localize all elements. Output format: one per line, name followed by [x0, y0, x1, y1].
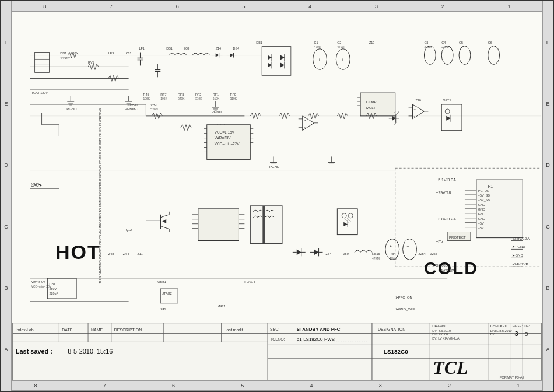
svg-text:Z254: Z254 [418, 252, 425, 256]
svg-text:+5.1V/0.3A: +5.1V/0.3A [436, 178, 456, 182]
svg-text:220uF: 220uF [49, 292, 58, 295]
svg-text:PG_ON: PG_ON [478, 189, 489, 192]
svg-text:VB-T: VB-T [150, 103, 158, 107]
svg-text:C1: C1 [314, 41, 318, 44]
svg-text:LS182C0: LS182C0 [384, 348, 408, 355]
svg-text:+: + [318, 58, 321, 62]
svg-text:PGND: PGND [269, 165, 280, 169]
svg-text:Vin= 8-9V: Vin= 8-9V [31, 280, 45, 284]
svg-text:250V: 250V [49, 287, 57, 290]
svg-text:5.1SC: 5.1SC [130, 108, 138, 111]
svg-rect-54 [198, 209, 239, 241]
svg-text:319K: 319K [195, 97, 202, 100]
svg-text:+5V: +5V [478, 226, 484, 230]
svg-text:CCMP: CCMP [366, 100, 377, 104]
svg-text:Index-Lab: Index-Lab [16, 328, 34, 332]
schematic-container: 8 7 6 5 4 3 2 1 8 7 6 5 4 3 2 1 F E D C … [0, 0, 554, 392]
svg-text:ZB4: ZB4 [325, 252, 331, 256]
svg-text:Z50: Z50 [343, 252, 348, 256]
svg-text:OPT1: OPT1 [443, 99, 451, 102]
border-right: F E D C B A [542, 1, 553, 391]
svg-text:MULT: MULT [366, 106, 376, 110]
svg-text:C6: C6 [488, 41, 492, 44]
svg-text:C4: C4 [441, 41, 446, 44]
svg-text:FLASH: FLASH [244, 280, 255, 284]
svg-text:DB1: DB1 [256, 41, 262, 44]
svg-text:VAR=33V: VAR=33V [215, 136, 232, 140]
svg-text:RF2: RF2 [195, 93, 201, 96]
svg-text:47KM: 47KM [372, 257, 380, 260]
svg-text:➤PGND: ➤PGND [512, 245, 525, 249]
svg-text:+: + [414, 107, 416, 111]
svg-text:DATE: DATE [62, 328, 72, 332]
svg-text:BY: ...: BY: ... [490, 332, 499, 336]
svg-text:C2: C2 [337, 41, 341, 44]
svg-text:Z14: Z14 [394, 110, 399, 114]
svg-text:196K: 196K [160, 97, 167, 100]
svg-text:P1: P1 [488, 184, 493, 188]
border-bottom: 8 7 6 5 4 3 2 1 [1, 380, 553, 391]
svg-text:DN1: DN1 [60, 51, 66, 55]
svg-text:➤GND: ➤GND [512, 254, 523, 257]
svg-text:3: 3 [525, 331, 528, 337]
grid-letters-left: F E D C B A [4, 1, 8, 391]
svg-text:JTAG2: JTAG2 [162, 292, 172, 295]
svg-text:C3: C3 [424, 41, 428, 44]
svg-text:Q12: Q12 [126, 228, 132, 232]
svg-text:+5V_SB: +5V_SB [478, 194, 490, 197]
svg-text:Z11: Z11 [138, 252, 143, 256]
svg-text:GND: GND [478, 203, 485, 206]
svg-text:Z4H: Z4H [123, 252, 129, 256]
svg-text:+3.8V/0.2A: +3.8V/0.2A [436, 217, 456, 221]
schematic-area: + + CCMP MULT [12, 12, 542, 380]
svg-text:SBU:: SBU: [270, 327, 279, 331]
svg-text:+29V/28: +29V/28 [436, 191, 451, 195]
svg-text:Z255: Z255 [430, 252, 437, 256]
svg-text:61-LS182C0-PWB: 61-LS182C0-PWB [297, 337, 335, 342]
svg-text:+: + [407, 244, 409, 249]
svg-text:C5: C5 [459, 41, 463, 44]
svg-text:DV: 8.5.2010: DV: 8.5.2010 [432, 329, 451, 332]
svg-text:+5V: +5V [436, 240, 443, 244]
svg-text:CB1: CB1 [49, 282, 55, 286]
svg-text:R45: R45 [143, 93, 149, 96]
svg-text:220uF: 220uF [441, 46, 450, 48]
svg-text:Z16: Z16 [415, 99, 420, 102]
svg-text:47KM: 47KM [390, 257, 397, 260]
svg-text:DATE:8.5.2010: DATE:8.5.2010 [490, 329, 512, 332]
svg-text:PGND: PGND [66, 107, 77, 111]
svg-text:8-5-2010, 15:16: 8-5-2010, 15:16 [68, 348, 113, 355]
svg-text:Z13: Z13 [369, 41, 374, 44]
svg-text:DS1: DS1 [166, 47, 173, 50]
svg-text:➤GND_OFF: ➤GND_OFF [395, 307, 415, 311]
svg-text:DRAWN: DRAWN [432, 324, 445, 328]
svg-text:Z14: Z14 [216, 47, 221, 50]
svg-text:DS4: DS4 [233, 47, 239, 50]
svg-text:Z08: Z08 [184, 47, 189, 50]
svg-text:+: + [341, 58, 343, 62]
svg-text:RF3: RF3 [178, 93, 184, 96]
svg-text:+5V_SB: +5V_SB [478, 198, 490, 202]
svg-text:GND: GND [478, 208, 485, 211]
svg-text:+: + [304, 118, 307, 122]
svg-text:319K: 319K [213, 97, 220, 100]
svg-text:NAME: NAME [91, 328, 103, 332]
svg-text:3: 3 [514, 330, 518, 337]
grid-numbers-top: 8 7 6 5 4 3 2 1 [1, 2, 553, 11]
svg-text:470uF: 470uF [314, 46, 322, 48]
svg-text:-: - [414, 114, 415, 118]
svg-text:220uF: 220uF [424, 46, 432, 48]
svg-text:470uF: 470uF [337, 46, 345, 48]
svg-text:PAGE:: PAGE: [512, 324, 523, 328]
svg-text:C31: C31 [126, 51, 132, 55]
svg-text:PROTECT: PROTECT [449, 236, 466, 239]
grid-numbers-bottom: 8 7 6 5 4 3 2 1 [1, 381, 553, 390]
svg-text:RF7: RF7 [160, 93, 166, 96]
svg-text:VCC=1.15V: VCC=1.15V [215, 130, 235, 134]
svg-text:+: + [390, 244, 392, 249]
svg-text:+5V: +5V [478, 222, 484, 225]
svg-text:➤PFC_ON: ➤PFC_ON [395, 296, 412, 299]
svg-text:GND: GND [478, 217, 485, 220]
svg-text:VB-D: VB-D [130, 103, 138, 107]
svg-text:RF0: RF0 [230, 93, 236, 96]
